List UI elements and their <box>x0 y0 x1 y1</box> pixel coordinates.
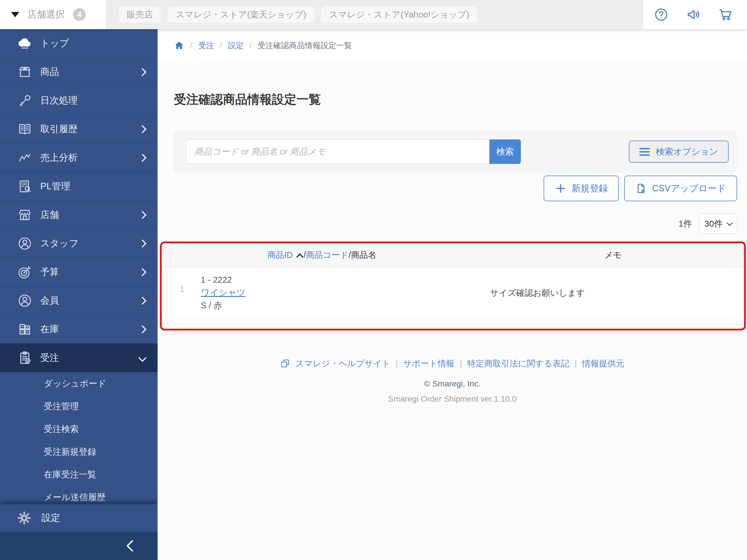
table-header-row: 商品ID/商品コード/商品名 メモ <box>162 243 744 267</box>
new-registration-label: 新規登録 <box>572 182 608 194</box>
search-options-button[interactable]: 検索オプション <box>629 140 729 163</box>
header-product-name: /商品名 <box>349 250 377 260</box>
home-icon[interactable] <box>174 40 184 51</box>
sort-asc-icon <box>297 253 304 260</box>
sidebar-item-label: 取引履歴 <box>40 123 78 136</box>
sidebar-subitem-dashboard[interactable]: ダッシュボード <box>0 372 158 395</box>
sidebar-item-sales-analysis[interactable]: 売上分析 <box>0 143 158 172</box>
sidebar-item-settings[interactable]: 設定 <box>0 504 158 532</box>
footer-link-commerce-law[interactable]: 特定商取引法に関する表記 <box>467 358 569 369</box>
sidebar-item-daily-process[interactable]: 日次処理 <box>0 86 158 115</box>
target-icon <box>17 264 33 280</box>
product-id-code: 1 - 2222 <box>201 273 482 286</box>
page-size-value: 30件 <box>704 218 723 230</box>
main-content: / 受注 / 設定 / 受注確認商品情報設定一覧 受注確認商品情報設定一覧 検索… <box>158 29 747 560</box>
footer-separator: | <box>574 358 577 369</box>
search-input[interactable] <box>186 139 489 164</box>
breadcrumb-link-settings[interactable]: 設定 <box>228 40 243 51</box>
table-row: 1 1 - 2222 ワイシャツ S / 赤 サイズ確認お願いします <box>162 267 744 319</box>
plus-icon <box>555 183 566 194</box>
footer-link-info-provider[interactable]: 情報提供元 <box>582 358 624 369</box>
footer-link-support[interactable]: サポート情報 <box>403 358 455 369</box>
footer-separator: | <box>460 358 462 369</box>
search-button[interactable]: 検索 <box>489 139 521 164</box>
sidebar-item-members[interactable]: 会員 <box>0 287 158 315</box>
megaphone-icon[interactable] <box>686 7 701 22</box>
chevron-right-icon <box>138 268 147 276</box>
product-name-link[interactable]: ワイシャツ <box>201 288 246 297</box>
chevron-right-icon <box>138 296 147 304</box>
table-header-product: 商品ID/商品コード/商品名 <box>162 249 482 261</box>
sidebar-item-label: 会員 <box>40 294 59 307</box>
sidebar-subitem-stock-order-list[interactable]: 在庫受注一覧 <box>0 463 158 486</box>
hamburger-icon <box>639 146 650 158</box>
store-selector-label: 店舗選択 <box>27 8 65 21</box>
csv-upload-button[interactable]: CSVアップロード <box>624 176 737 201</box>
staff-icon <box>17 236 33 251</box>
sidebar-item-label: トップ <box>40 37 69 50</box>
sidebar-item-label: 売上分析 <box>40 151 78 164</box>
inventory-icon <box>17 321 33 337</box>
chevron-left-icon <box>126 540 138 552</box>
breadcrumb: / 受注 / 設定 / 受注確認商品情報設定一覧 <box>158 29 747 62</box>
table-bottom-padding <box>162 325 744 329</box>
sidebar-item-label: スタッフ <box>40 237 78 250</box>
breadcrumb-separator: / <box>220 41 222 50</box>
settings-label: 設定 <box>42 512 60 525</box>
chart-icon <box>17 150 33 166</box>
sidebar-item-transactions[interactable]: 取引履歴 <box>0 115 158 143</box>
list-meta-row: 1件 30件 <box>678 213 737 234</box>
sidebar-subitem-order-new[interactable]: 受注新規登録 <box>0 441 158 463</box>
sidebar-item-budget[interactable]: 予算 <box>0 258 158 287</box>
sidebar-item-staff[interactable]: スタッフ <box>0 229 158 258</box>
csv-upload-label: CSVアップロード <box>652 182 726 194</box>
sidebar-item-orders[interactable]: 受注 <box>0 344 158 372</box>
search-group: 検索 <box>186 139 521 164</box>
page-title: 受注確認商品情報設定一覧 <box>174 91 321 108</box>
sidebar-item-stores[interactable]: 店舗 <box>0 201 158 229</box>
top-icon-group <box>643 0 747 29</box>
sidebar-item-inventory[interactable]: 在庫 <box>0 315 158 344</box>
new-registration-button[interactable]: 新規登録 <box>544 176 619 201</box>
store-count-badge: 4 <box>73 8 86 21</box>
header-slash: / <box>304 250 306 260</box>
annotation-highlight-box: 商品ID/商品コード/商品名 メモ 1 1 - 2222 ワイシャツ S / 赤… <box>160 241 746 330</box>
help-icon[interactable] <box>654 7 669 22</box>
chevron-right-icon <box>138 125 147 133</box>
footer-link-help-site[interactable]: スマレジ・ヘルプサイト <box>295 358 390 369</box>
row-number: 1 <box>180 284 184 294</box>
sidebar-item-label: PL管理 <box>40 180 70 193</box>
store-selector[interactable]: 店舗選択 4 <box>0 0 106 29</box>
cart-icon[interactable] <box>718 7 733 22</box>
sidebar-collapse-button[interactable] <box>0 532 158 560</box>
sales-store-label-chip: 販売店 <box>119 6 161 23</box>
sidebar-item-label: 店舗 <box>40 209 59 221</box>
sort-link-product-id[interactable]: 商品ID <box>267 250 293 260</box>
chevron-right-icon <box>138 68 147 76</box>
store-chip-rakuten[interactable]: スマレジ・ストア(楽天ショップ) <box>168 6 314 23</box>
sidebar-item-label: 受注 <box>40 351 59 364</box>
sidebar-item-products[interactable]: 商品 <box>0 58 158 86</box>
csv-file-icon <box>635 183 647 194</box>
breadcrumb-link-orders[interactable]: 受注 <box>199 40 214 51</box>
sidebar-item-pl-management[interactable]: PL管理 <box>0 172 158 201</box>
store-chip-yahoo[interactable]: スマレジ・ストア(Yahoo!ショップ) <box>321 6 478 23</box>
page-size-select[interactable]: 30件 <box>699 213 737 234</box>
key-icon <box>17 93 33 108</box>
sidebar-subitem-order-management[interactable]: 受注管理 <box>0 395 158 418</box>
chevron-down-icon <box>138 353 147 362</box>
search-panel: 検索 検索オプション <box>174 131 737 172</box>
sidebar-item-label: 日次処理 <box>40 94 78 107</box>
product-variant: S / 赤 <box>201 299 482 312</box>
product-cell: 1 - 2222 ワイシャツ S / 赤 <box>162 267 482 319</box>
gear-icon <box>16 510 32 526</box>
chevron-down-icon <box>727 220 733 226</box>
footer-links: スマレジ・ヘルプサイト | サポート情報 | 特定商取引法に関する表記 | 情報… <box>280 358 624 369</box>
footer-separator: | <box>396 358 398 369</box>
version-text: Smaregi Order Shipment ver.1.10.0 <box>388 394 516 404</box>
sidebar-item-top[interactable]: トップ <box>0 29 158 58</box>
sidebar-subitem-order-search[interactable]: 受注検索 <box>0 418 158 441</box>
result-count: 1件 <box>678 218 692 230</box>
sort-link-product-code[interactable]: 商品コード <box>306 250 349 260</box>
cloud-icon <box>17 35 33 51</box>
